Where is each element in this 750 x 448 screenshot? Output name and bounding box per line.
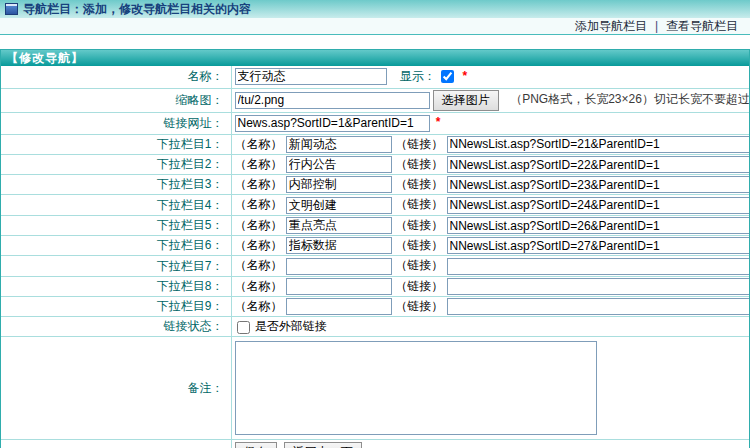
link-prefix-label: （链接） [395,177,443,191]
link-divider: | [655,19,658,33]
top-title-bar: 导航栏目：添加，修改导航栏目相关的内容 [0,0,750,18]
url-row: 链接网址： * [1,112,749,134]
dropdown-link-input[interactable] [447,278,749,295]
remark-row: 备注： [1,337,749,440]
dropdown-name-input[interactable] [286,176,392,193]
name-label: 名称： [1,66,231,88]
dropdown-label: 下拉栏目7： [1,256,231,276]
name-prefix-label: （名称） [235,157,283,171]
link-prefix-label: （链接） [395,279,443,293]
dropdown-row-8: 下拉栏目8： （名称） （链接） [1,276,749,296]
dropdown-name-input[interactable] [286,197,392,214]
dropdown-label: 下拉栏目3： [1,175,231,195]
thumbnail-label: 缩略图： [1,88,231,112]
dropdown-link-input[interactable] [447,197,749,214]
dropdown-row-5: 下拉栏目5： （名称） （链接） [1,215,749,235]
dropdown-row-1: 下拉栏目1： （名称） （链接） [1,134,749,154]
name-row: 名称： 显示： * [1,66,749,88]
thumbnail-hint: （PNG格式，长宽23×26）切记长宽不要超过规格尺寸 [510,92,749,106]
edit-nav-form-table: 名称： 显示： * 缩略图： 选择图片 （PNG格式，长宽23×26）切记长宽不… [1,66,749,448]
link-prefix-label: （链接） [395,197,443,211]
name-prefix-label: （名称） [235,258,283,272]
dropdown-row-9: 下拉栏目9： （名称） （链接） [1,297,749,317]
dropdown-label: 下拉栏目6： [1,236,231,256]
dropdown-name-input[interactable] [286,298,392,315]
window-icon [5,3,18,15]
dropdown-row-6: 下拉栏目6： （名称） （链接） [1,236,749,256]
dropdown-label: 下拉栏目9： [1,297,231,317]
dropdown-row-3: 下拉栏目3： （名称） （链接） [1,175,749,195]
back-button[interactable]: 返回上一页 [284,442,362,448]
dropdown-name-input[interactable] [286,217,392,234]
remark-label: 备注： [1,337,231,440]
display-checkbox[interactable] [441,70,454,83]
name-prefix-label: （名称） [235,177,283,191]
dropdown-link-input[interactable] [447,217,749,234]
link-prefix-label: （链接） [395,238,443,252]
dropdown-link-input[interactable] [447,136,749,153]
name-prefix-label: （名称） [235,218,283,232]
display-label: 显示： [400,69,436,83]
thumbnail-input[interactable] [235,92,430,109]
buttons-row: 保存 返回上一页 [1,440,749,448]
save-button[interactable]: 保存 [235,442,277,448]
dropdown-label: 下拉栏目5： [1,215,231,235]
action-link-bar: 添加导航栏目 | 查看导航栏目 [0,18,750,35]
name-prefix-label: （名称） [235,197,283,211]
dropdown-name-input[interactable] [286,258,392,275]
dropdown-name-input[interactable] [286,156,392,173]
dropdown-label: 下拉栏目8： [1,276,231,296]
url-label: 链接网址： [1,112,231,134]
name-input[interactable] [235,68,387,85]
edit-nav-panel: 【修改导航】 名称： 显示： * 缩略图： 选择图片 （PNG格式，长宽23×2… [0,49,750,448]
buttons-row-spacer [1,440,231,448]
link-prefix-label: （链接） [395,157,443,171]
dropdown-row-4: 下拉栏目4： （名称） （链接） [1,195,749,215]
dropdown-label: 下拉栏目2： [1,154,231,174]
dropdown-name-input[interactable] [286,136,392,153]
link-prefix-label: （链接） [395,299,443,313]
dropdown-row-2: 下拉栏目2： （名称） （链接） [1,154,749,174]
link-status-row: 链接状态： 是否外部链接 [1,317,749,337]
name-prefix-label: （名称） [235,279,283,293]
external-link-checkbox-label: 是否外部链接 [255,319,327,333]
required-asterisk: * [436,115,441,129]
link-prefix-label: （链接） [395,258,443,272]
section-title: 【修改导航】 [1,50,749,66]
url-input[interactable] [235,115,430,132]
dropdown-link-input[interactable] [447,237,749,254]
dropdown-label: 下拉栏目1： [1,134,231,154]
dropdown-name-input[interactable] [286,278,392,295]
dropdown-link-input[interactable] [447,298,749,315]
thumbnail-row: 缩略图： 选择图片 （PNG格式，长宽23×26）切记长宽不要超过规格尺寸 [1,88,749,112]
name-prefix-label: （名称） [235,299,283,313]
dropdown-link-input[interactable] [447,258,749,275]
view-nav-link[interactable]: 查看导航栏目 [666,18,738,35]
required-asterisk: * [463,69,468,83]
dropdown-row-7: 下拉栏目7： （名称） （链接） [1,256,749,276]
choose-image-button[interactable]: 选择图片 [433,90,499,111]
dropdown-link-input[interactable] [447,176,749,193]
name-prefix-label: （名称） [235,238,283,252]
link-prefix-label: （链接） [395,218,443,232]
link-prefix-label: （链接） [395,137,443,151]
link-status-label: 链接状态： [1,317,231,337]
dropdown-name-input[interactable] [286,237,392,254]
name-prefix-label: （名称） [235,137,283,151]
dropdown-label: 下拉栏目4： [1,195,231,215]
page-title: 导航栏目：添加，修改导航栏目相关的内容 [23,1,251,18]
external-link-checkbox[interactable] [237,321,250,334]
remark-textarea[interactable] [235,341,597,435]
dropdown-link-input[interactable] [447,156,749,173]
add-nav-link[interactable]: 添加导航栏目 [575,18,647,35]
